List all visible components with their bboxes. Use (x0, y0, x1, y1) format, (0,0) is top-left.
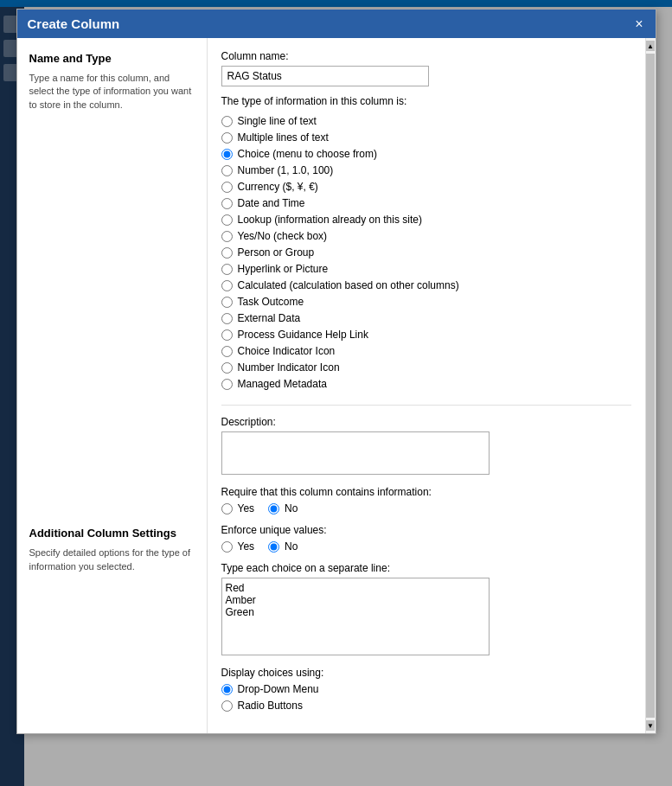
option-external[interactable]: External Data (221, 311, 631, 325)
radio-radio-buttons[interactable] (221, 700, 233, 712)
unique-yes-option[interactable]: Yes (221, 540, 255, 553)
type-radio-group: Single line of text Multiple lines of te… (221, 114, 631, 391)
left-panel: Name and Type Type a name for this colum… (17, 38, 208, 733)
option-single-line[interactable]: Single line of text (221, 114, 631, 128)
scroll-up-arrow[interactable]: ▲ (646, 41, 655, 51)
display-radio-option[interactable]: Radio Buttons (221, 699, 631, 713)
unique-values-row: Enforce unique values: Yes No (221, 524, 631, 553)
option-process[interactable]: Process Guidance Help Link (221, 328, 631, 342)
label-calculated: Calculated (calculation based on other c… (238, 279, 459, 291)
choices-input[interactable]: Red Amber Green (221, 578, 490, 655)
label-choice: Choice (menu to choose from) (238, 148, 377, 160)
unique-no-option[interactable]: No (268, 540, 298, 553)
additional-settings-desc: Specify detailed options for the type of… (29, 546, 195, 573)
description-input[interactable] (221, 431, 490, 475)
description-field-row: Description: (221, 416, 631, 477)
dialog-overlay: Create Column × Name and Type Type a nam… (0, 0, 672, 786)
name-type-desc: Type a name for this column, and select … (29, 72, 195, 112)
label-lookup: Lookup (information already on this site… (238, 214, 422, 226)
description-label: Description: (221, 416, 631, 428)
radio-unique-yes[interactable] (221, 541, 233, 553)
radio-calculated[interactable] (221, 280, 233, 291)
option-datetime[interactable]: Date and Time (221, 196, 631, 210)
display-dropdown-option[interactable]: Drop-Down Menu (221, 682, 631, 696)
label-external: External Data (238, 312, 301, 324)
radio-datetime[interactable] (221, 198, 233, 209)
type-info-label: The type of information in this column i… (221, 95, 631, 107)
option-currency[interactable]: Currency ($, ¥, €) (221, 180, 631, 194)
name-type-title: Name and Type (29, 52, 195, 65)
radio-task[interactable] (221, 297, 233, 308)
unique-radio-group: Yes No (221, 540, 631, 553)
additional-settings-area: Description: Require that this column co… (221, 405, 631, 713)
require-info-row: Require that this column contains inform… (221, 486, 631, 515)
label-unique-yes: Yes (238, 540, 255, 553)
radio-currency[interactable] (221, 182, 233, 193)
label-process: Process Guidance Help Link (238, 329, 368, 341)
display-choices-row: Display choices using: Drop-Down Menu Ra… (221, 667, 631, 713)
radio-number-icon[interactable] (221, 362, 233, 374)
dialog-titlebar: Create Column × (17, 10, 656, 38)
label-hyperlink: Hyperlink or Picture (238, 263, 329, 275)
label-task: Task Outcome (238, 296, 304, 308)
label-single-line: Single line of text (238, 115, 317, 127)
radio-lookup[interactable] (221, 214, 233, 226)
display-label: Display choices using: (221, 667, 631, 679)
label-multi-line: Multiple lines of text (238, 131, 329, 144)
display-radio-group: Drop-Down Menu Radio Buttons (221, 682, 631, 713)
radio-number[interactable] (221, 165, 233, 176)
radio-multi-line[interactable] (221, 132, 233, 144)
radio-require-yes[interactable] (221, 503, 233, 514)
require-label: Require that this column contains inform… (221, 486, 631, 498)
column-name-field-row: Column name: (221, 50, 631, 86)
option-multi-line[interactable]: Multiple lines of text (221, 131, 631, 144)
label-choice-icon: Choice Indicator Icon (238, 345, 336, 357)
choices-label: Type each choice on a separate line: (221, 562, 631, 574)
option-number-icon[interactable]: Number Indicator Icon (221, 361, 631, 374)
radio-dropdown[interactable] (221, 684, 233, 695)
scroll-thumb[interactable] (646, 54, 655, 718)
choices-field-row: Type each choice on a separate line: Red… (221, 562, 631, 658)
additional-settings-title: Additional Column Settings (29, 527, 195, 540)
option-choice-icon[interactable]: Choice Indicator Icon (221, 344, 631, 358)
option-lookup[interactable]: Lookup (information already on this site… (221, 213, 631, 227)
radio-person[interactable] (221, 247, 233, 259)
label-require-no: No (285, 502, 298, 514)
require-no-option[interactable]: No (268, 502, 298, 515)
require-yes-option[interactable]: Yes (221, 502, 255, 515)
name-and-type-section: Name and Type Type a name for this colum… (29, 52, 195, 112)
radio-process[interactable] (221, 329, 233, 341)
option-person[interactable]: Person or Group (221, 246, 631, 259)
option-hyperlink[interactable]: Hyperlink or Picture (221, 262, 631, 276)
radio-choice[interactable] (221, 149, 233, 160)
option-number[interactable]: Number (1, 1.0, 100) (221, 163, 631, 177)
radio-external[interactable] (221, 313, 233, 324)
radio-choice-icon[interactable] (221, 346, 233, 357)
label-unique-no: No (285, 540, 298, 553)
label-currency: Currency ($, ¥, €) (238, 181, 318, 193)
scrollbar[interactable]: ▲ ▼ (645, 38, 656, 733)
label-require-yes: Yes (238, 502, 255, 514)
label-number: Number (1, 1.0, 100) (238, 164, 334, 176)
column-name-input[interactable] (221, 66, 429, 86)
unique-label: Enforce unique values: (221, 524, 631, 536)
close-button[interactable]: × (633, 17, 644, 31)
option-managed-metadata[interactable]: Managed Metadata (221, 377, 631, 391)
radio-hyperlink[interactable] (221, 264, 233, 275)
dialog-body: Name and Type Type a name for this colum… (17, 38, 656, 733)
option-choice[interactable]: Choice (menu to choose from) (221, 147, 631, 161)
scroll-down-arrow[interactable]: ▼ (646, 720, 655, 731)
option-yesno[interactable]: Yes/No (check box) (221, 229, 631, 243)
type-selection-row: The type of information in this column i… (221, 95, 631, 391)
right-panel: Column name: The type of information in … (208, 38, 645, 733)
radio-yesno[interactable] (221, 231, 233, 242)
require-radio-group: Yes No (221, 502, 631, 515)
radio-unique-no[interactable] (268, 541, 279, 553)
radio-single-line[interactable] (221, 116, 233, 127)
radio-managed-metadata[interactable] (221, 379, 233, 390)
radio-require-no[interactable] (268, 503, 279, 514)
option-task[interactable]: Task Outcome (221, 295, 631, 309)
create-column-dialog: Create Column × Name and Type Type a nam… (16, 9, 656, 734)
label-managed-metadata: Managed Metadata (238, 378, 327, 390)
option-calculated[interactable]: Calculated (calculation based on other c… (221, 278, 631, 292)
